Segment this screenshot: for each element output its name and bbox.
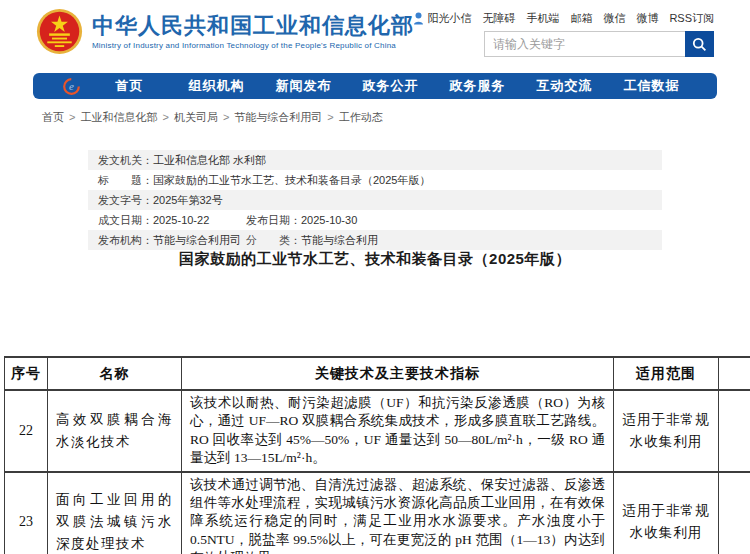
cell-name: 面向工业回用的双膜法城镇污水深度处理技术 [48,472,182,554]
meta-label: 分 类： [246,230,301,250]
column-header-0: 序号 [5,357,48,390]
nav-item-6[interactable]: 工信数据 [608,73,695,99]
nav-item-2[interactable]: 新闻发布 [260,73,347,99]
meta-label: 成文日期： [98,210,153,230]
brand-text: 中华人民共和国工业和信息化部 Ministry of Industry and … [92,13,414,50]
doc-meta: 发文机关：工业和信息化部 水利部标 题：国家鼓励的工业节水工艺、技术和装备目录（… [88,150,662,250]
breadcrumb-item-0[interactable]: 首页 [42,111,64,123]
breadcrumb-item-4[interactable]: 工作动态 [339,111,383,123]
breadcrumb: 首页>工业和信息化部>机关司局>节能与综合利用司>工作动态 [42,110,383,125]
catalog-table-wrap: 序号名称关键技术及主要技术指标适用范围 22高效双膜耦合海水淡化技术该技术以耐热… [4,356,750,554]
meta-row-2: 发文字号：2025年第32号 [88,190,662,210]
nav-item-4[interactable]: 政务服务 [434,73,521,99]
top-link-label: 手机端 [526,11,559,26]
meta-value: 2025年第32号 [153,190,223,210]
meta-pair: 成文日期：2025-10-22 [98,210,246,230]
top-link-label: 无障碍 [482,11,515,26]
breadcrumb-separator: > [327,111,333,123]
search-icon [692,37,707,52]
top-link-label: 微博 [636,11,658,26]
meta-value: 2025-10-22 [153,210,209,230]
column-header-extra [719,357,750,390]
sunshine-assistant-icon [413,12,424,25]
meta-label: 发布机构： [98,230,153,250]
cell-scope: 适用于非常规水收集利用 [614,472,719,554]
breadcrumb-separator: > [162,111,168,123]
breadcrumb-item-1[interactable]: 工业和信息化部 [80,111,157,123]
meta-row-1: 标 题：国家鼓励的工业节水工艺、技术和装备目录（2025年版） [88,170,662,190]
cell-extra [719,390,750,472]
site-subtitle: Ministry of Industry and Information Tec… [92,41,414,50]
table-row: 23面向工业回用的双膜法城镇污水深度处理技术该技术通过调节池、自清洗过滤器、超滤… [5,472,750,554]
column-header-2: 关键技术及主要技术指标 [182,357,614,390]
search-button[interactable] [685,31,714,57]
top-link-label: 阳光小信 [427,11,471,26]
cell-scope: 适用于非常规水收集利用 [614,390,719,472]
document-title: 国家鼓励的工业节水工艺、技术和装备目录（2025年版） [0,250,750,269]
cell-name: 高效双膜耦合海水淡化技术 [48,390,182,472]
nav-item-5[interactable]: 互动交流 [521,73,608,99]
meta-pair: 分 类：节能与综合利用 [246,230,378,250]
national-emblem-logo [36,8,83,55]
meta-pair: 发布机构：节能与综合利用司 [98,230,246,250]
table-row: 22高效双膜耦合海水淡化技术该技术以耐热、耐污染超滤膜（UF）和抗污染反渗透膜（… [5,390,750,472]
meta-label: 发文字号： [98,190,153,210]
column-header-3: 适用范围 [614,357,719,390]
svg-text:e: e [69,80,74,92]
meta-pair: 标 题：国家鼓励的工业节水工艺、技术和装备目录（2025年版） [98,170,430,190]
meta-value: 2025-10-30 [301,210,357,230]
site-title: 中华人民共和国工业和信息化部 [92,13,414,39]
top-link-3[interactable]: 邮箱 [570,11,592,26]
meta-label: 发布日期： [246,210,301,230]
top-link-label: 微信 [603,11,625,26]
breadcrumb-item-2[interactable]: 机关司局 [174,111,218,123]
main-nav: e 首页组织机构新闻发布政务公开政务服务互动交流工信数据 [33,73,717,99]
site-brand[interactable]: 中华人民共和国工业和信息化部 Ministry of Industry and … [36,8,414,55]
top-link-0[interactable]: 阳光小信 [413,11,471,26]
meta-value: 节能与综合利用司 [153,230,241,250]
meta-label: 标 题： [98,170,153,190]
top-link-6[interactable]: RSS订阅 [669,11,714,26]
meta-pair: 发文机关：工业和信息化部 水利部 [98,150,266,170]
nav-item-1[interactable]: 组织机构 [173,73,260,99]
top-link-2[interactable]: 手机端 [526,11,559,26]
meta-pair: 发布日期：2025-10-30 [246,210,357,230]
nav-item-3[interactable]: 政务公开 [347,73,434,99]
breadcrumb-separator: > [223,111,229,123]
catalog-table: 序号名称关键技术及主要技术指标适用范围 22高效双膜耦合海水淡化技术该技术以耐热… [4,356,750,554]
search-bar [484,31,714,57]
cell-extra [719,472,750,554]
cell-number: 22 [5,390,48,472]
meta-value: 节能与综合利用 [301,230,378,250]
meta-row-4: 发布机构：节能与综合利用司分 类：节能与综合利用 [88,230,662,250]
meta-label: 发文机关： [98,150,153,170]
meta-value: 国家鼓励的工业节水工艺、技术和装备目录（2025年版） [153,170,430,190]
miit-e-logo-icon: e [63,78,80,95]
top-link-5[interactable]: 微博 [636,11,658,26]
nav-item-0[interactable]: 首页 [86,73,173,99]
meta-row-3: 成文日期：2025-10-22发布日期：2025-10-30 [88,210,662,230]
column-header-1: 名称 [48,357,182,390]
cell-number: 23 [5,472,48,554]
meta-row-0: 发文机关：工业和信息化部 水利部 [88,150,662,170]
meta-value: 工业和信息化部 水利部 [153,150,266,170]
page: 中华人民共和国工业和信息化部 Ministry of Industry and … [0,0,750,554]
top-link-4[interactable]: 微信 [603,11,625,26]
table-header-row: 序号名称关键技术及主要技术指标适用范围 [5,357,750,390]
cell-detail: 该技术通过调节池、自清洗过滤器、超滤系统、保安过滤器、反渗透组件等水处理流程，实… [182,472,614,554]
breadcrumb-separator: > [69,111,75,123]
top-link-label: RSS订阅 [669,11,714,26]
cell-detail: 该技术以耐热、耐污染超滤膜（UF）和抗污染反渗透膜（RO）为核心，通过 UF—R… [182,390,614,472]
meta-pair: 发文字号：2025年第32号 [98,190,223,210]
breadcrumb-item-3[interactable]: 节能与综合利用司 [234,111,322,123]
top-link-1[interactable]: 无障碍 [482,11,515,26]
search-input[interactable] [484,31,685,57]
top-links: 阳光小信无障碍手机端邮箱微信微博RSS订阅 [413,11,714,26]
top-link-label: 邮箱 [570,11,592,26]
